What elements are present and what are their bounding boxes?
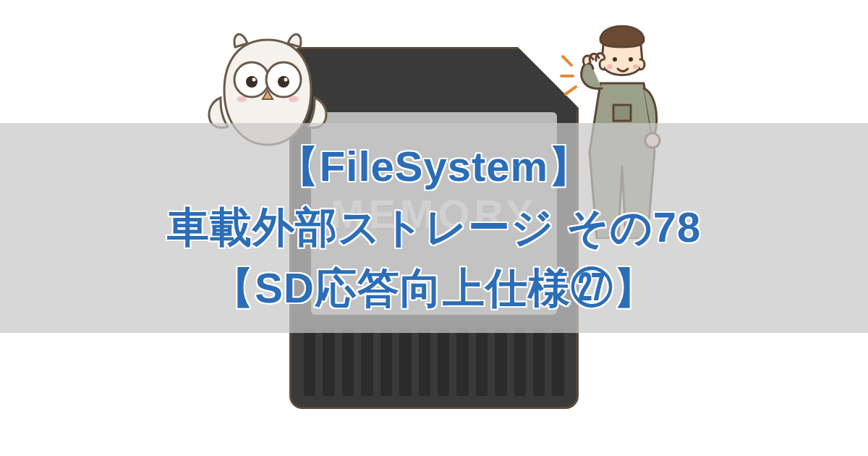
svg-point-4 — [252, 78, 256, 82]
svg-point-7 — [289, 96, 299, 102]
svg-line-10 — [566, 87, 576, 94]
sd-card-contacts — [304, 327, 564, 396]
svg-point-11 — [613, 57, 617, 62]
svg-point-14 — [633, 64, 639, 69]
svg-line-8 — [563, 56, 571, 65]
title-line-3: 【SD応答向上仕様㉗】 — [212, 261, 656, 317]
svg-point-6 — [237, 96, 247, 102]
title-line-1: 【FileSystem】 — [277, 139, 591, 195]
svg-rect-15 — [613, 105, 631, 121]
thumbnail-stage: MEMORY — [0, 0, 868, 456]
title-line-2: 車載外部ストレージ その78 — [167, 200, 702, 256]
svg-point-13 — [607, 64, 613, 69]
title-band: 【FileSystem】 車載外部ストレージ その78 【SD応答向上仕様㉗】 — [0, 123, 868, 333]
svg-point-12 — [629, 57, 633, 62]
svg-point-5 — [284, 78, 288, 82]
svg-point-3 — [278, 76, 289, 88]
svg-point-2 — [246, 76, 258, 88]
